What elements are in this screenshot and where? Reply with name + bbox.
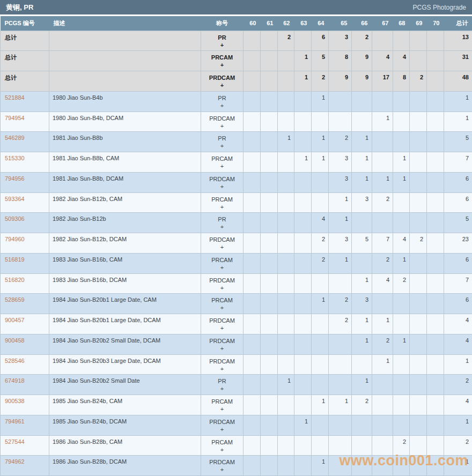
grade-count-cell bbox=[427, 152, 444, 173]
grade-count-cell bbox=[278, 111, 294, 132]
grade-count-cell: 3 bbox=[329, 31, 352, 51]
grade-count-cell bbox=[312, 334, 329, 354]
designation-plus: + bbox=[202, 203, 242, 211]
pcgs-number-link[interactable]: 515330 bbox=[5, 155, 25, 161]
col-header-grade-65: 65 bbox=[329, 16, 352, 31]
grade-count-cell bbox=[294, 213, 312, 233]
pcgs-number-link[interactable]: 527544 bbox=[5, 438, 25, 445]
grade-count-cell: 2 bbox=[372, 334, 393, 354]
grade-count-cell bbox=[294, 192, 312, 213]
pcgs-number-link[interactable]: 900457 bbox=[5, 317, 25, 323]
coin-description: 1985 Jiao Sun-B24b, DCAM bbox=[49, 415, 201, 435]
grade-count-cell bbox=[427, 314, 444, 334]
grade-count-cell bbox=[427, 71, 444, 92]
designation-plus: + bbox=[202, 426, 242, 433]
pcgs-number-link[interactable]: 900538 bbox=[5, 398, 25, 404]
pcgs-number-link[interactable]: 593364 bbox=[5, 196, 25, 202]
section-title-bar: 黄铜, PR PCGS Photograde bbox=[0, 0, 472, 14]
grade-count-cell bbox=[244, 213, 261, 233]
table-row: 9005381985 Jiao Sun-B24b, CAMPRCAM+1124 bbox=[1, 395, 472, 415]
pcgs-number-link[interactable]: 900458 bbox=[5, 337, 25, 344]
grade-count-cell: 1 bbox=[352, 152, 372, 173]
pcgs-number-link[interactable]: 516820 bbox=[5, 277, 25, 283]
designation-cell: PRDCAM+ bbox=[201, 273, 244, 294]
grade-count-cell bbox=[352, 111, 372, 132]
row-total-cell: 2 bbox=[444, 435, 472, 456]
grade-count-cell bbox=[372, 415, 393, 435]
col-header-pcgs-number: PCGS 编号 bbox=[1, 16, 49, 31]
grade-count-cell bbox=[312, 273, 329, 294]
pcgs-number-link[interactable]: 546289 bbox=[5, 135, 25, 141]
grade-count-cell bbox=[294, 314, 312, 334]
designation-plus: + bbox=[202, 122, 242, 130]
grade-count-cell: 3 bbox=[329, 233, 352, 254]
designation-cell: PR+ bbox=[201, 213, 244, 233]
col-header-total: 总计 bbox=[444, 16, 472, 31]
grade-count-cell: 4 bbox=[312, 213, 329, 233]
grade-count-cell: 2 bbox=[312, 233, 329, 254]
row-total-cell: 48 bbox=[444, 71, 472, 92]
pcgs-number-link[interactable]: 674918 bbox=[5, 377, 25, 384]
grade-count-cell: 2 bbox=[329, 314, 352, 334]
designation-cell: PR+ bbox=[201, 132, 244, 152]
pcgs-number-link[interactable]: 794962 bbox=[5, 458, 25, 465]
grade-count-cell: 1 bbox=[294, 415, 312, 435]
grade-count-cell bbox=[244, 111, 261, 132]
pcgs-number-link[interactable]: 528546 bbox=[5, 358, 25, 364]
pcgs-number-link[interactable]: 528659 bbox=[5, 296, 25, 303]
pcgs-number-link[interactable]: 509306 bbox=[5, 215, 25, 222]
designation-cell: PRCAM+ bbox=[201, 395, 244, 415]
pcgs-number-link[interactable]: 516819 bbox=[5, 256, 25, 263]
grade-count-cell bbox=[427, 415, 444, 435]
grade-count-cell bbox=[427, 456, 444, 476]
designation-cell: PRDCAM+ bbox=[201, 415, 244, 435]
grade-count-cell bbox=[294, 395, 312, 415]
coin-description: 1981 Jiao Sun-B8b, DCAM bbox=[49, 172, 201, 192]
page-title: 黄铜, PR bbox=[6, 3, 33, 12]
pcgs-number-link[interactable]: 794960 bbox=[5, 236, 25, 242]
grade-count-cell bbox=[244, 314, 261, 334]
grade-count-cell bbox=[393, 415, 410, 435]
col-header-grade-61: 61 bbox=[261, 16, 278, 31]
col-header-grade-68: 68 bbox=[393, 16, 410, 31]
designation-plus: + bbox=[202, 466, 242, 473]
grade-count-cell: 1 bbox=[393, 172, 410, 192]
grade-count-cell bbox=[410, 132, 427, 152]
pcgs-number-cell: 546289 bbox=[1, 132, 49, 152]
grade-count-cell bbox=[410, 314, 427, 334]
table-row: 7949611985 Jiao Sun-B24b, DCAMPRDCAM+11 bbox=[1, 415, 472, 435]
grade-count-cell bbox=[393, 375, 410, 395]
grade-count-cell bbox=[410, 213, 427, 233]
designation-label: PRDCAM bbox=[209, 75, 235, 81]
grade-count-cell bbox=[244, 354, 261, 375]
grade-count-cell bbox=[244, 375, 261, 395]
grade-count-cell bbox=[352, 91, 372, 111]
row-total-cell: 13 bbox=[444, 31, 472, 51]
grade-count-cell: 9 bbox=[329, 71, 352, 92]
pcgs-number-link[interactable]: 794954 bbox=[5, 115, 25, 121]
grade-count-cell bbox=[410, 354, 427, 375]
pcgs-number-link[interactable]: 794956 bbox=[5, 175, 25, 182]
row-total-cell: 5 bbox=[444, 213, 472, 233]
pcgs-number-link[interactable]: 794961 bbox=[5, 418, 25, 425]
grade-count-cell: 3 bbox=[352, 192, 372, 213]
grade-count-cell bbox=[294, 172, 312, 192]
row-total-cell: 6 bbox=[444, 172, 472, 192]
coin-description bbox=[49, 31, 201, 51]
row-total-cell: 1 bbox=[444, 111, 472, 132]
grade-count-cell bbox=[427, 51, 444, 71]
coin-description: 1982 Jiao Sun-B12b bbox=[49, 213, 201, 233]
pop-report-table: PCGS 编号 描述 称号 6061626364656667686970总计 总… bbox=[0, 16, 472, 476]
pcgs-number-link[interactable]: 521884 bbox=[5, 94, 25, 101]
table-row: 5093061982 Jiao Sun-B12bPR+415 bbox=[1, 213, 472, 233]
row-total-cell: 6 bbox=[444, 294, 472, 314]
grade-count-cell bbox=[352, 253, 372, 273]
designation-cell: PRDCAM+ bbox=[201, 314, 244, 334]
grade-count-cell: 1 bbox=[352, 273, 372, 294]
grade-count-cell bbox=[410, 111, 427, 132]
row-total-cell: 4 bbox=[444, 314, 472, 334]
grade-count-cell bbox=[329, 354, 352, 375]
grade-count-cell bbox=[244, 152, 261, 173]
col-header-designation: 称号 bbox=[201, 16, 244, 31]
grade-count-cell bbox=[329, 375, 352, 395]
